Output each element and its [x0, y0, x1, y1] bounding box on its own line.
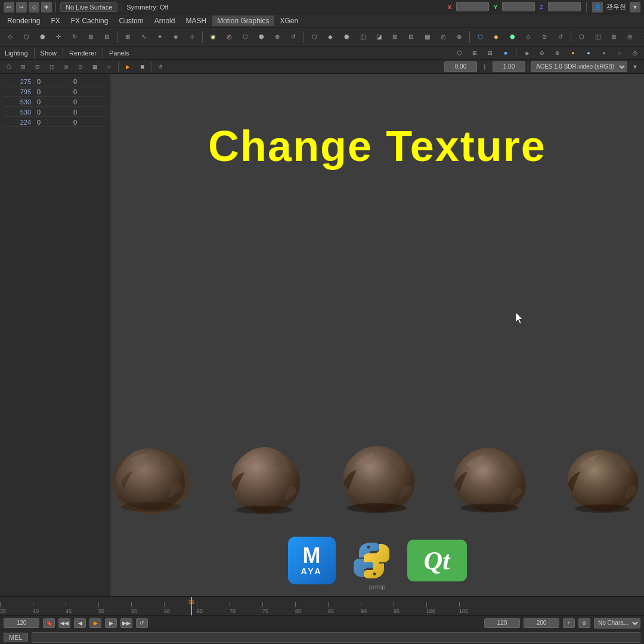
rt2-icon8[interactable]: ● [566, 47, 580, 59]
menu-fx[interactable]: FX [46, 16, 64, 26]
snap2-icon[interactable]: ◈ [168, 29, 184, 45]
viewport[interactable]: Change Texture [110, 74, 644, 596]
sym-icon[interactable]: ⊹ [184, 29, 200, 45]
extra1-icon[interactable]: ⬡ [574, 29, 589, 45]
render5-icon[interactable]: ⊕ [270, 29, 285, 45]
deform6-icon[interactable]: ↺ [553, 29, 568, 45]
rt-stop-icon[interactable]: ⏹ [135, 61, 148, 73]
mesh10-icon[interactable]: ⊛ [451, 29, 467, 45]
no-live-surface-label[interactable]: No Live Surface [60, 2, 117, 12]
mesh7-icon[interactable]: ⊟ [403, 29, 419, 45]
char-set-select[interactable]: No Chara... [594, 618, 640, 628]
next-frame-btn[interactable]: ▶ [105, 618, 117, 628]
rt-icon6[interactable]: ⊙ [74, 61, 87, 73]
menu-lighting[interactable]: Lighting [2, 49, 30, 57]
rt-icon3[interactable]: ⊟ [31, 61, 44, 73]
start-frame-input[interactable] [4, 618, 39, 628]
rt2-icon12[interactable]: ◎ [628, 47, 642, 59]
rt2-icon1[interactable]: ⬡ [453, 47, 466, 59]
end-frame-input2[interactable] [524, 618, 559, 628]
mesh6-icon[interactable]: ⊞ [387, 29, 402, 45]
rt-icon1[interactable]: ⬡ [2, 61, 16, 73]
render4-icon[interactable]: ⬢ [253, 29, 269, 45]
loop-btn[interactable]: ↺ [136, 618, 148, 628]
mesh2-icon[interactable]: ◆ [323, 29, 338, 45]
rt-icon7[interactable]: ▦ [88, 61, 101, 73]
rotate-icon[interactable]: ↻ [67, 29, 82, 45]
render6-icon[interactable]: ↺ [286, 29, 301, 45]
deform5-icon[interactable]: ⊙ [537, 29, 552, 45]
rt-play-icon[interactable]: ▶ [121, 61, 134, 73]
menu-xgen[interactable]: XGen [275, 16, 304, 26]
lasso-icon[interactable]: ⬡ [18, 29, 34, 45]
render2-icon[interactable]: ◎ [221, 29, 237, 45]
rt-icon5[interactable]: ◎ [60, 61, 73, 73]
mesh4-icon[interactable]: ◫ [355, 29, 370, 45]
rt2-icon11[interactable]: ○ [613, 47, 626, 59]
rt-icon8[interactable]: ⊹ [103, 61, 116, 73]
bookmark-btn[interactable]: 🔖 [43, 618, 55, 628]
rt2-icon10[interactable]: ● [597, 47, 611, 59]
menu-fx-caching[interactable]: FX Caching [66, 16, 113, 26]
menu-arnold[interactable]: Arnold [150, 16, 180, 26]
z-input[interactable] [548, 2, 581, 11]
menu-motion-graphics[interactable]: Motion Graphics [212, 16, 274, 26]
rt2-icon7[interactable]: ⊛ [551, 47, 564, 59]
rt2-icon5[interactable]: ◈ [520, 47, 533, 59]
rt2-icon3[interactable]: ⊟ [484, 47, 497, 59]
curve-snap-icon[interactable]: ∿ [136, 29, 151, 45]
paint-icon[interactable]: ⬟ [35, 29, 50, 45]
rt2-icon6[interactable]: ⊙ [535, 47, 549, 59]
menu-panels[interactable]: Panels [107, 49, 132, 57]
rt2-icon4[interactable]: ■ [499, 47, 512, 59]
rt2-icon9[interactable]: ● [582, 47, 595, 59]
deform4-icon[interactable]: ◇ [521, 29, 536, 45]
color-space-select[interactable]: ACES 1.0 SDR-video (sRGB) [531, 61, 627, 72]
next-key-btn[interactable]: ▶▶ [120, 618, 132, 628]
prev-frame-btn[interactable]: ◀ [74, 618, 86, 628]
rt-field1[interactable]: 0.00 [444, 61, 477, 72]
bb-icon2[interactable]: ⊛ [578, 618, 590, 628]
menu-custom[interactable]: Custom [114, 16, 148, 26]
menu-show[interactable]: Show [38, 49, 60, 57]
deform3-icon[interactable]: ⬣ [504, 29, 520, 45]
extra5-icon[interactable]: ⊹ [638, 29, 644, 45]
mesh9-icon[interactable]: ◎ [435, 29, 451, 45]
rt2-icon2[interactable]: ⊞ [468, 47, 481, 59]
tb-icon-transform[interactable]: ✚ [41, 2, 52, 13]
end-frame-input1[interactable] [484, 618, 520, 628]
mesh3-icon[interactable]: ⬣ [339, 29, 354, 45]
x-input[interactable] [456, 2, 489, 11]
mesh1-icon[interactable]: ⬡ [306, 29, 322, 45]
deform1-icon[interactable]: ⬡ [472, 29, 488, 45]
scale-icon[interactable]: ⊞ [83, 29, 98, 45]
timeline[interactable]: 56 35 40 45 50 55 60 65 70 75 80 85 90 9… [0, 596, 644, 615]
select-tool-icon[interactable]: ◇ [2, 29, 18, 45]
menu-rendering[interactable]: Rendering [2, 16, 45, 26]
tb-icon-select[interactable]: ◇ [29, 2, 39, 13]
extra4-icon[interactable]: ◎ [622, 29, 637, 45]
snap-icon[interactable]: ✦ [152, 29, 168, 45]
tb-icon-redo[interactable]: ↪ [16, 2, 27, 13]
mesh8-icon[interactable]: ▦ [419, 29, 435, 45]
deform2-icon[interactable]: ◆ [488, 29, 504, 45]
rt-icon4[interactable]: ◫ [45, 61, 58, 73]
render-icon[interactable]: ◉ [205, 29, 221, 45]
mel-button[interactable]: MEL [4, 633, 28, 642]
command-input[interactable] [32, 632, 640, 643]
grid-snap-icon[interactable]: ⊞ [120, 29, 135, 45]
transform-icon[interactable]: ⊟ [99, 29, 114, 45]
mesh5-icon[interactable]: ◪ [371, 29, 386, 45]
rt-dropdown-icon[interactable]: ▼ [628, 61, 642, 73]
tb-icon-undo[interactable]: ↩ [4, 2, 14, 13]
menu-renderer[interactable]: Renderer [67, 49, 99, 57]
move-icon[interactable]: ✛ [51, 29, 66, 45]
more-icon[interactable]: ▼ [630, 2, 640, 13]
play-btn[interactable]: ▶ [89, 618, 101, 628]
rt-field2[interactable]: 1.00 [493, 61, 525, 72]
render3-icon[interactable]: ⬡ [237, 29, 253, 45]
prev-key-btn[interactable]: ◀◀ [58, 618, 70, 628]
rt-icon2[interactable]: ⊞ [17, 61, 30, 73]
extra2-icon[interactable]: ◫ [590, 29, 605, 45]
extra3-icon[interactable]: ⊞ [606, 29, 621, 45]
